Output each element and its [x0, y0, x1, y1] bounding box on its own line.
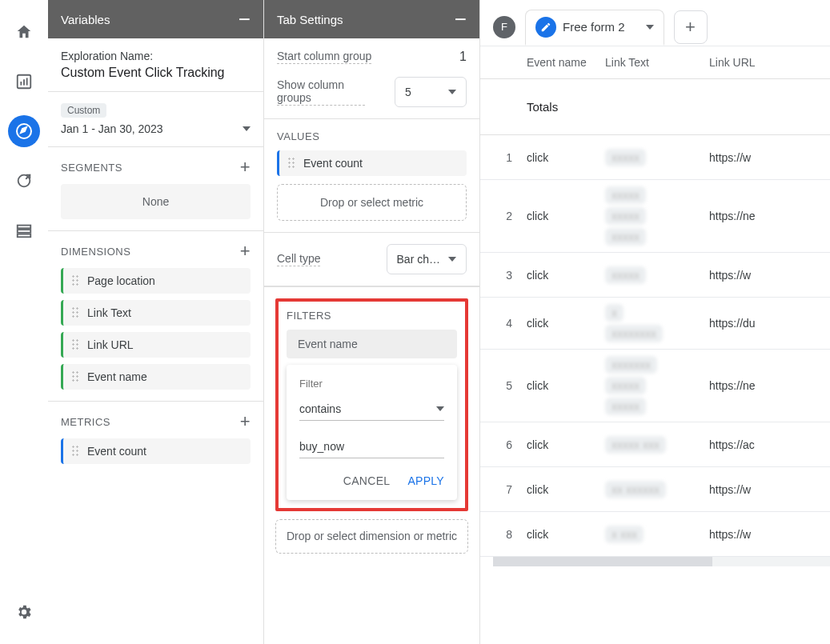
- dimension-chip[interactable]: Link URL: [61, 332, 251, 358]
- add-metric-button[interactable]: +: [240, 413, 251, 430]
- dimension-chip[interactable]: Link Text: [61, 300, 251, 326]
- left-nav-rail: [0, 0, 48, 644]
- collapse-variables-button[interactable]: −: [239, 9, 251, 30]
- drop-metric-zone[interactable]: Drop or select metric: [277, 184, 467, 221]
- drag-handle-icon: [71, 306, 79, 319]
- dimension-chip-label: Link Text: [87, 306, 131, 319]
- metric-chip[interactable]: Event count: [61, 438, 251, 464]
- filters-section: FILTERS Event name Filter contains CANCE…: [264, 286, 479, 565]
- cell-link-url: https://w: [709, 528, 830, 541]
- metric-chip-label: Event count: [87, 445, 146, 458]
- filter-condition-select[interactable]: contains: [299, 398, 444, 421]
- drag-handle-icon: [71, 338, 79, 351]
- values-title: VALUES: [277, 130, 467, 142]
- value-chip-label: Event count: [303, 157, 363, 170]
- filter-field-chip[interactable]: Event name: [287, 330, 457, 358]
- filter-value-input[interactable]: [299, 435, 444, 458]
- filters-highlight-frame: FILTERS Event name Filter contains CANCE…: [275, 298, 468, 511]
- table-row[interactable]: 6clickxxxxx xxxhttps://ac: [480, 422, 830, 467]
- cell-link-text: xxxxx: [605, 266, 709, 284]
- active-tab[interactable]: Free form 2: [525, 10, 664, 46]
- tab-settings-title: Tab Settings: [277, 13, 343, 26]
- cell-link-url: https://du: [709, 317, 830, 330]
- variables-title: Variables: [61, 13, 110, 26]
- table-row[interactable]: 1clickxxxxxhttps://w: [480, 135, 830, 180]
- explore-icon[interactable]: [8, 115, 40, 147]
- dimension-chip[interactable]: Event name: [61, 364, 251, 390]
- advertising-icon[interactable]: [8, 165, 40, 197]
- table-row[interactable]: 5clickxxxxxxxxxxxxxxxxxhttps://ne: [480, 350, 830, 422]
- totals-row: Totals: [480, 79, 830, 135]
- reports-icon[interactable]: [8, 66, 40, 98]
- apply-button[interactable]: APPLY: [407, 474, 444, 487]
- cell-event-name: click: [527, 269, 605, 282]
- cell-link-text: xxxxx: [605, 149, 709, 166]
- table-row[interactable]: 2clickxxxxxxxxxxxxxxxhttps://ne: [480, 180, 830, 253]
- column-link-text[interactable]: Link Text: [605, 56, 709, 69]
- value-chip[interactable]: Event count: [277, 150, 467, 176]
- cell-link-text: xxxxxxxxxxxxxxx: [605, 186, 709, 246]
- cell-type-select[interactable]: Bar ch…: [387, 244, 467, 274]
- row-index: 4: [480, 317, 527, 330]
- scrollbar-thumb[interactable]: [493, 557, 712, 566]
- tab-name: Free form 2: [563, 20, 625, 34]
- chevron-down-icon: [436, 406, 444, 411]
- home-icon[interactable]: [8, 16, 40, 48]
- exploration-name-value[interactable]: Custom Event Click Tracking: [61, 66, 251, 80]
- drop-dimension-metric-zone[interactable]: Drop or select dimension or metric: [275, 519, 468, 554]
- start-column-label: Start column group: [277, 50, 371, 64]
- table-header-row: Event name Link Text Link URL: [480, 46, 830, 79]
- filter-condition-value: contains: [299, 402, 341, 415]
- add-segment-button[interactable]: +: [240, 158, 251, 176]
- segments-title: SEGMENTS: [61, 162, 122, 174]
- row-index: 5: [480, 379, 527, 392]
- horizontal-scrollbar[interactable]: [493, 557, 830, 566]
- svg-rect-3: [26, 78, 28, 85]
- table-row[interactable]: 7clickxx xxxxxxhttps://w: [480, 467, 830, 512]
- segments-section: SEGMENTS + None: [48, 147, 263, 231]
- table-row[interactable]: 4clickxxxxxxxxxhttps://du: [480, 298, 830, 350]
- exploration-name-section: Exploration Name: Custom Event Click Tra…: [48, 38, 263, 92]
- metrics-section: METRICS + Event count: [48, 402, 263, 475]
- show-column-select[interactable]: 5: [395, 77, 467, 107]
- cell-link-url: https://ne: [709, 210, 830, 222]
- dimension-chip[interactable]: Page location: [61, 268, 251, 294]
- dimension-chip-label: Page location: [87, 274, 155, 287]
- date-range-section[interactable]: Custom Jan 1 - Jan 30, 2023: [48, 92, 263, 147]
- configure-icon[interactable]: [8, 214, 40, 246]
- collapse-tab-settings-button[interactable]: −: [455, 9, 467, 30]
- add-dimension-button[interactable]: +: [240, 242, 251, 260]
- table-row[interactable]: 8clickx xxxhttps://w: [480, 512, 830, 557]
- column-event-name[interactable]: Event name: [527, 56, 605, 69]
- table-row[interactable]: 3clickxxxxxhttps://w: [480, 253, 830, 298]
- totals-label: Totals: [527, 100, 605, 114]
- row-index: 6: [480, 438, 527, 451]
- row-index: 1: [480, 151, 527, 164]
- cell-event-name: click: [527, 317, 605, 330]
- segments-none[interactable]: None: [61, 184, 251, 219]
- dimension-chip-label: Link URL: [87, 338, 134, 351]
- cell-link-url: https://ac: [709, 438, 830, 451]
- tab-settings-panel: Tab Settings − Start column group 1 Show…: [264, 0, 480, 644]
- svg-rect-6: [18, 226, 31, 229]
- admin-gear-icon[interactable]: [8, 596, 40, 628]
- add-tab-button[interactable]: +: [674, 10, 708, 44]
- drag-handle-icon: [287, 157, 295, 170]
- variables-header: Variables −: [48, 0, 263, 38]
- tabs-bar: F Free form 2 +: [480, 0, 830, 46]
- dimension-chip-label: Event name: [87, 370, 147, 383]
- row-index: 3: [480, 269, 527, 282]
- row-index: 8: [480, 528, 527, 541]
- cancel-button[interactable]: CANCEL: [343, 474, 391, 487]
- date-range-value: Jan 1 - Jan 30, 2023: [61, 122, 163, 135]
- filters-title: FILTERS: [287, 310, 457, 322]
- drag-handle-icon: [71, 370, 79, 383]
- cell-link-text: x xxx: [605, 526, 709, 543]
- svg-rect-8: [18, 234, 31, 238]
- cell-event-name: click: [527, 210, 605, 222]
- column-link-url[interactable]: Link URL: [709, 56, 830, 69]
- metrics-title: METRICS: [61, 416, 110, 428]
- cell-link-text: xxxxxxxxx: [605, 304, 709, 342]
- filter-label: Filter: [299, 378, 444, 390]
- cell-event-name: click: [527, 151, 605, 164]
